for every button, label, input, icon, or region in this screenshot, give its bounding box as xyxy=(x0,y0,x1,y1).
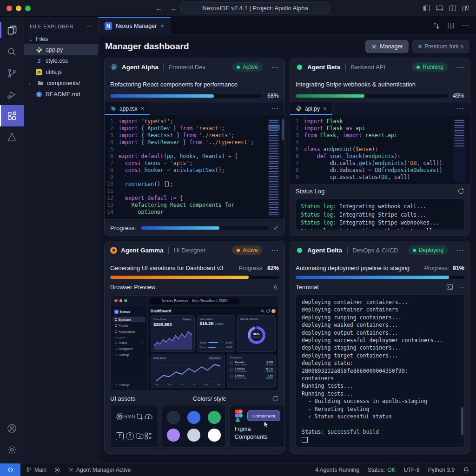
refresh-icon[interactable] xyxy=(457,188,464,195)
color-swatch[interactable] xyxy=(208,429,221,442)
maximize-window-button[interactable] xyxy=(25,6,31,11)
overall-status[interactable]: Status:OK xyxy=(368,467,396,473)
preview-sidebar-item[interactable]: Stafos7 xyxy=(113,340,145,345)
components-icon[interactable] xyxy=(144,432,152,440)
terminal-icon[interactable] xyxy=(446,284,453,291)
forward-icon[interactable]: → xyxy=(170,4,177,12)
watch-icon[interactable] xyxy=(54,467,60,473)
list-item-value: 0.339 xyxy=(266,361,273,364)
file-item-components[interactable]: ›components/ xyxy=(24,78,98,89)
bell-icon[interactable] xyxy=(463,467,469,473)
color-swatch[interactable] xyxy=(167,429,180,442)
sidebar-toggle-icon[interactable] xyxy=(423,5,430,12)
color-swatch[interactable] xyxy=(187,411,200,424)
minimap[interactable] xyxy=(453,118,465,182)
tab-app-tsx[interactable]: app.tsx × xyxy=(105,102,150,115)
preview-avatar[interactable] xyxy=(271,309,276,313)
browser-preview[interactable]: Nexus Browser - http://localhost:3000 NN… xyxy=(110,295,279,391)
text-tool-icon[interactable]: T xyxy=(116,432,124,440)
git-branch-indicator[interactable]: Main xyxy=(26,467,46,473)
agents-running-count[interactable]: 4 Agents Running xyxy=(315,467,359,473)
browser-address-bar[interactable]: Nexus Browser - http://localhost:3000 xyxy=(150,298,239,304)
files-root-folder[interactable]: ⌄ Files xyxy=(24,34,98,44)
terminal-more-icon[interactable]: ⋯ xyxy=(458,284,464,291)
card-more-icon[interactable]: ⋯ xyxy=(456,246,464,255)
preview-bell-icon[interactable] xyxy=(266,310,270,313)
runtime-indicator[interactable]: Python 3.9 xyxy=(428,467,455,473)
preview-dropdown[interactable]: Draw ▾ xyxy=(181,317,192,321)
close-window-button[interactable] xyxy=(7,6,12,11)
extensions-icon[interactable] xyxy=(0,105,24,126)
code-editor[interactable]: 1import 'typetst';2import { ApotDev } fr… xyxy=(105,115,284,219)
settings-gear-icon[interactable] xyxy=(0,439,24,460)
folder-asset-icon[interactable] xyxy=(136,432,144,440)
minimize-window-button[interactable] xyxy=(16,6,21,11)
remote-indicator[interactable] xyxy=(0,463,20,476)
explorer-more-icon[interactable]: ⋯ xyxy=(87,23,93,29)
close-icon[interactable]: × xyxy=(323,105,327,112)
editor-more-icon[interactable]: ⋯ xyxy=(462,21,469,30)
preview-sidebar-item[interactable]: Bombard xyxy=(113,317,145,322)
tab-api-py[interactable]: api.py × xyxy=(290,102,333,115)
layout-grid-icon[interactable] xyxy=(462,5,469,12)
file-item-utils-js[interactable]: JSutils.js xyxy=(24,66,98,78)
color-swatch[interactable] xyxy=(187,429,200,442)
line-number: 3 xyxy=(105,132,119,139)
color-swatch[interactable] xyxy=(208,411,221,424)
editor-more-icon[interactable]: ⋯ xyxy=(456,104,470,113)
svg-asset-label[interactable]: SVG xyxy=(124,414,136,419)
preview-sidebar-item[interactable]: Settings xyxy=(113,352,145,357)
terminal-title: Terminal xyxy=(296,284,318,291)
agent-manager-status[interactable]: Agent Manager Active xyxy=(68,467,131,473)
source-control-icon[interactable] xyxy=(0,62,24,84)
file-item-style-css[interactable]: 3style.css xyxy=(24,55,98,66)
preview-dropdown[interactable]: See Day ▾ xyxy=(208,356,222,360)
refresh-icon[interactable] xyxy=(272,395,279,402)
run-debug-icon[interactable] xyxy=(0,84,24,105)
account-icon[interactable] xyxy=(0,417,24,439)
editor-more-icon[interactable]: ⋯ xyxy=(271,104,284,113)
split-editor-icon[interactable] xyxy=(449,5,456,12)
file-item-app-py[interactable]: app.py xyxy=(24,44,98,55)
explorer-icon[interactable] xyxy=(0,20,24,41)
preview-list-row[interactable]: ExetseaE. iteror logs1.50+2.04% xyxy=(230,374,273,379)
code-editor[interactable]: 1import Flask2import Flask as api3from F… xyxy=(290,115,470,184)
preview-sidebar-item[interactable]: Navigation xyxy=(113,346,145,351)
close-icon[interactable]: × xyxy=(141,105,145,112)
help-icon[interactable]: ? xyxy=(126,432,134,440)
premium-fork-button[interactable]: ≡ Premium fork s xyxy=(412,40,469,53)
preview-sidebar-footer[interactable]: Settings xyxy=(113,382,145,388)
component-button[interactable]: Component xyxy=(247,410,280,421)
react-icon[interactable] xyxy=(115,412,124,421)
panel-toggle-icon[interactable] xyxy=(436,5,443,12)
close-icon[interactable]: × xyxy=(160,22,164,29)
tab-nexus-manager[interactable]: N Nexus Manager × xyxy=(99,17,171,34)
line-number: 3 xyxy=(290,132,304,139)
file-item-README-md[interactable]: iREADME.md xyxy=(24,89,98,100)
card-more-icon[interactable]: ⋯ xyxy=(271,63,279,72)
scrollbar[interactable] xyxy=(282,119,284,140)
card-more-icon[interactable]: ⋯ xyxy=(456,63,464,72)
card-more-icon[interactable]: ⋯ xyxy=(271,246,279,255)
testing-icon[interactable] xyxy=(0,126,24,148)
manager-button[interactable]: Manager xyxy=(365,40,408,53)
terminal-output[interactable]: deploying container containers...deployi… xyxy=(296,294,464,448)
preview-list-row[interactable]: Fereteloriertor obigee0.339+1.51% xyxy=(230,361,273,366)
crop-icon[interactable] xyxy=(136,413,144,421)
status-log[interactable]: Status log: Integrating webhook call...S… xyxy=(296,198,464,230)
color-swatch[interactable] xyxy=(167,411,180,424)
traffic-lights[interactable] xyxy=(7,6,62,11)
sync-changes-icon[interactable] xyxy=(432,21,440,29)
split-editor-icon[interactable] xyxy=(447,22,455,29)
preview-sidebar-item[interactable]: Prontis xyxy=(113,323,145,328)
minimap[interactable] xyxy=(268,118,280,218)
preview-search-icon[interactable] xyxy=(261,309,264,313)
cloud-download-icon[interactable] xyxy=(144,412,153,421)
preview-list-row[interactable]: FeetelaeChorstigatee56.7%+1.09% xyxy=(230,367,273,372)
back-icon[interactable]: ← xyxy=(155,4,162,12)
search-icon[interactable] xyxy=(0,41,24,62)
scrollbar[interactable] xyxy=(461,407,463,435)
encoding-indicator[interactable]: UTF-8 xyxy=(404,467,420,473)
preview-sidebar-item[interactable]: Komponeria xyxy=(113,329,145,334)
gear-icon[interactable] xyxy=(272,284,279,291)
